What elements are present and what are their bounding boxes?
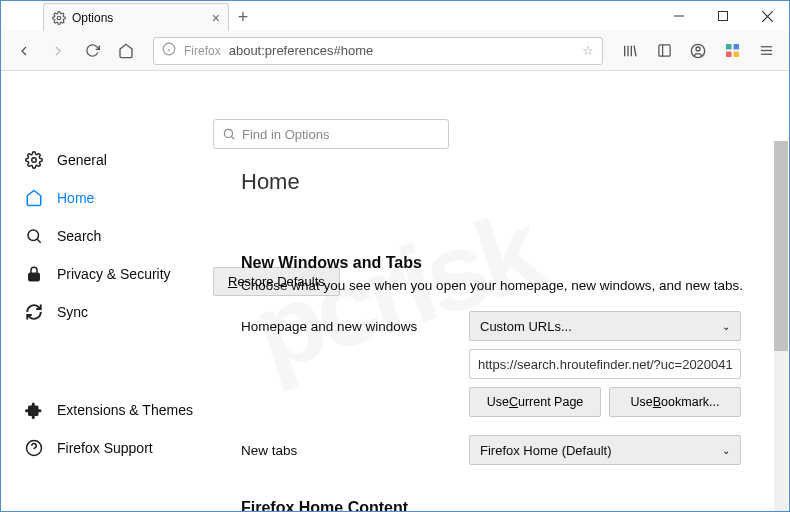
new-tab-button[interactable]: + [229,3,257,31]
lock-icon [25,265,43,283]
chevron-down-icon: ⌄ [722,321,730,332]
reload-button[interactable] [77,36,107,66]
main-panel: Find in Options Home Restore Defaults Ne… [201,71,789,511]
url-text: about:preferences#home [229,43,374,58]
bookmark-star-icon[interactable]: ☆ [582,43,594,58]
scrollbar[interactable] [774,141,788,512]
chevron-down-icon: ⌄ [722,445,730,456]
svg-point-0 [57,16,61,20]
extensions-button[interactable] [717,36,747,66]
use-bookmark-button[interactable]: Use Bookmark... [609,387,741,417]
sidebar-item-general[interactable]: General [25,141,201,179]
tab-title: Options [72,11,113,25]
forward-button[interactable] [43,36,73,66]
toolbar: Firefox about:preferences#home ☆ [1,31,789,71]
sidebar-item-search[interactable]: Search [25,217,201,255]
shield-icon [162,42,176,59]
close-tab-icon[interactable]: × [212,10,220,26]
sidebar-item-extensions[interactable]: Extensions & Themes [25,391,201,429]
sidebar-item-sync[interactable]: Sync [25,293,201,331]
svg-point-24 [28,230,39,241]
help-icon [25,439,43,457]
section-description: Choose what you see when you open your h… [241,278,761,293]
minimize-button[interactable] [657,1,701,31]
titlebar: Options × + [1,1,789,31]
newtabs-label: New tabs [241,443,469,458]
menu-button[interactable] [751,36,781,66]
address-bar[interactable]: Firefox about:preferences#home ☆ [153,37,603,65]
use-current-page-button[interactable]: Use Current Page [469,387,601,417]
svg-point-15 [696,47,700,51]
svg-rect-16 [725,44,731,50]
section2-title: Firefox Home Content [241,499,761,511]
find-placeholder: Find in Options [242,127,329,142]
sidebar-item-label: Sync [57,304,88,320]
homepage-dropdown[interactable]: Custom URLs... ⌄ [469,311,741,341]
close-window-button[interactable] [745,1,789,31]
sidebar-item-label: General [57,152,107,168]
gear-icon [52,11,66,25]
sidebar-item-home[interactable]: Home [25,179,201,217]
search-icon [222,127,236,141]
browser-tab[interactable]: Options × [43,3,229,31]
puzzle-icon [25,401,43,419]
svg-rect-12 [658,45,669,56]
scrollbar-thumb[interactable] [774,141,788,351]
svg-point-23 [32,158,37,163]
sidebar-item-privacy[interactable]: Privacy & Security [25,255,201,293]
home-button[interactable] [111,36,141,66]
back-button[interactable] [9,36,39,66]
svg-rect-17 [733,44,739,50]
sidebar-button[interactable] [649,36,679,66]
sidebar: General Home Search Privacy & Security S… [1,71,201,511]
account-button[interactable] [683,36,713,66]
identity-label: Firefox [184,44,221,58]
sidebar-item-label: Extensions & Themes [57,402,193,418]
maximize-button[interactable] [701,1,745,31]
svg-line-30 [231,136,234,139]
svg-line-25 [37,239,41,243]
svg-rect-26 [29,273,40,281]
gear-icon [25,151,43,169]
svg-rect-2 [719,12,728,21]
newtabs-dropdown[interactable]: Firefox Home (Default) ⌄ [469,435,741,465]
sidebar-item-label: Privacy & Security [57,266,171,282]
homepage-url-input[interactable]: https://search.hroutefinder.net/?uc=2020… [469,349,741,379]
svg-rect-19 [733,51,739,57]
sidebar-item-label: Home [57,190,94,206]
content-area: pcrisk General Home Search Privacy & Sec… [1,71,789,511]
home-icon [25,189,43,207]
sync-icon [25,303,43,321]
find-in-options[interactable]: Find in Options [213,119,449,149]
sidebar-item-label: Search [57,228,101,244]
svg-point-29 [224,129,232,137]
sidebar-item-label: Firefox Support [57,440,153,456]
library-button[interactable] [615,36,645,66]
sidebar-item-support[interactable]: Firefox Support [25,429,201,467]
search-icon [25,227,43,245]
page-title: Home [241,169,761,195]
svg-line-11 [634,45,636,56]
svg-rect-18 [725,51,731,57]
section-title: New Windows and Tabs [241,254,761,272]
homepage-label: Homepage and new windows [241,319,469,334]
